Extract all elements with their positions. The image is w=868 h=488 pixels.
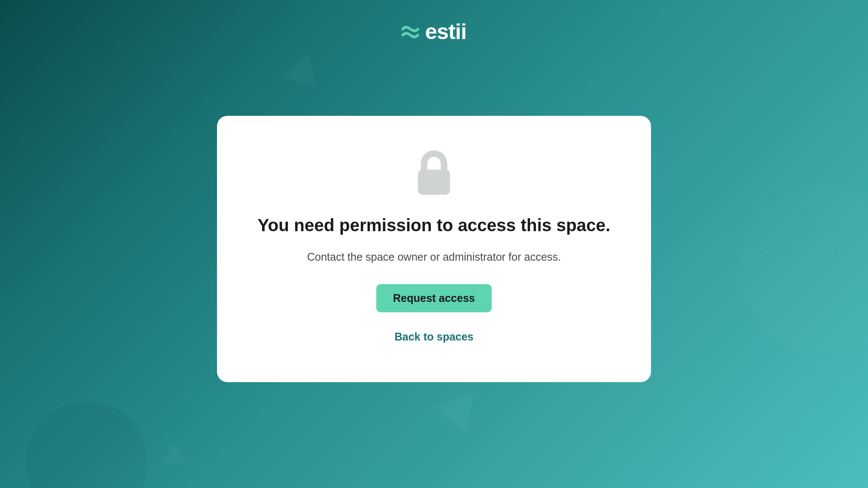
back-to-spaces-link[interactable]: Back to spaces [395, 331, 473, 343]
permission-heading: You need permission to access this space… [258, 216, 611, 235]
lock-icon [414, 151, 454, 197]
background-decoration [720, 204, 851, 334]
request-access-button[interactable]: Request access [376, 284, 491, 312]
approx-icon [401, 25, 419, 39]
background-decoration [26, 401, 148, 488]
background-decoration [161, 442, 187, 464]
brand-name: estii [425, 19, 466, 44]
brand-logo: estii [401, 19, 466, 44]
permission-card: You need permission to access this space… [217, 116, 651, 382]
svg-rect-0 [418, 170, 450, 195]
background-decoration [434, 393, 486, 440]
background-decoration [283, 48, 324, 86]
permission-subtext: Contact the space owner or administrator… [307, 251, 561, 263]
